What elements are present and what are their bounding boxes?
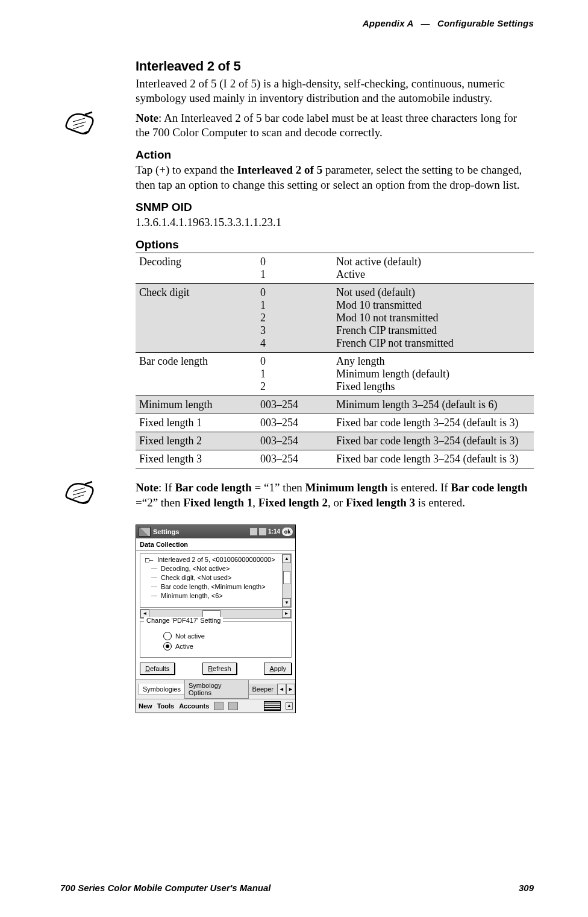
tree-node[interactable]: Bar code length, <Minimum length>: [145, 582, 289, 591]
action-param-name: Interleaved 2 of 5: [237, 163, 322, 176]
options-heading: Options: [136, 238, 534, 251]
tree-node-parent[interactable]: Interleaved 2 of 5, <001006000000000>: [145, 555, 289, 564]
radio-icon: [163, 632, 172, 640]
command-bar: New Tools Accounts ▲: [136, 699, 295, 713]
change-setting-group: Change 'PDF417' Setting Not active Activ…: [140, 621, 292, 658]
connectivity-icon[interactable]: [250, 528, 257, 535]
tab-symbology-options[interactable]: Symbology Options: [184, 680, 249, 699]
option-codes: 0 1: [257, 253, 333, 284]
radio-not-active[interactable]: Not active: [163, 632, 286, 640]
tab-beeper[interactable]: Beeper: [248, 684, 278, 695]
sip-keyboard-icon[interactable]: [264, 701, 281, 711]
system-tray: 1:14 ok: [250, 528, 293, 536]
action-heading: Action: [136, 148, 534, 162]
option-name: Minimum length: [136, 396, 257, 414]
option-codes: 003–254: [257, 450, 333, 468]
option-description: Minimum length 3–254 (default is 6): [333, 396, 534, 414]
scroll-right-icon[interactable]: ►: [282, 610, 291, 618]
radio-active[interactable]: Active: [163, 642, 286, 651]
action-text-a: Tap (+) to expand the: [136, 163, 237, 176]
table-row: Minimum length003–254Minimum length 3–25…: [136, 396, 534, 414]
note-icon: [64, 111, 96, 135]
option-description: Fixed bar code length 3–254 (default is …: [333, 432, 534, 450]
tree-node[interactable]: Check digit, <Not used>: [145, 573, 289, 582]
start-flag-icon[interactable]: [139, 527, 151, 537]
table-row: Check digit0 1 2 3 4Not used (default) M…: [136, 284, 534, 353]
section-title: Interleaved 2 of 5: [136, 58, 534, 74]
intro-paragraph: Interleaved 2 of 5 (I 2 of 5) is a high-…: [136, 77, 534, 106]
scroll-thumb[interactable]: [283, 571, 290, 584]
note-1: Note: An Interleaved 2 of 5 bar code lab…: [136, 111, 534, 140]
snmp-heading: SNMP OID: [136, 201, 534, 214]
device-screenshot: Settings 1:14 ok Data Collection Interle…: [136, 525, 296, 713]
snmp-oid-value: 1.3.6.1.4.1.1963.15.3.3.1.1.23.1: [136, 215, 534, 230]
note-icon: [64, 481, 96, 505]
footer-manual-title: 700 Series Color Mobile Computer User's …: [60, 883, 271, 893]
table-row: Fixed length 3003–254Fixed bar code leng…: [136, 450, 534, 468]
tab-scroll-left-icon[interactable]: ◄: [277, 684, 286, 695]
vertical-scrollbar[interactable]: ▲ ▼: [282, 554, 291, 607]
option-name: Fixed length 3: [136, 450, 257, 468]
tree-node[interactable]: Minimum length, <6>: [145, 591, 289, 600]
action-paragraph: Tap (+) to expand the Interleaved 2 of 5…: [136, 163, 534, 192]
settings-tree[interactable]: Interleaved 2 of 5, <001006000000000> De…: [140, 553, 292, 608]
header-sep: —: [416, 18, 434, 28]
note-1-label: Note: [136, 112, 158, 124]
note-1-text: : An Interleaved 2 of 5 bar code label m…: [136, 112, 517, 139]
running-header: Appendix A — Configurable Settings: [60, 18, 534, 28]
table-row: Fixed length 2003–254Fixed bar code leng…: [136, 432, 534, 450]
menu-accounts[interactable]: Accounts: [179, 702, 209, 710]
option-name: Fixed length 2: [136, 432, 257, 450]
option-name: Bar code length: [136, 353, 257, 396]
panel-title: Data Collection: [136, 538, 295, 551]
ok-button[interactable]: ok: [282, 528, 293, 536]
tab-scroll-right-icon[interactable]: ►: [286, 684, 295, 695]
tab-strip: Symbologies Symbology Options Beeper ◄ ►: [136, 679, 295, 699]
option-codes: 003–254: [257, 414, 333, 432]
option-codes: 003–254: [257, 432, 333, 450]
status-icon[interactable]: [228, 702, 238, 710]
status-icon[interactable]: [214, 702, 224, 710]
option-name: Decoding: [136, 253, 257, 284]
options-table: Decoding0 1Not active (default) ActiveCh…: [136, 253, 534, 468]
table-row: Fixed length 1003–254Fixed bar code leng…: [136, 414, 534, 432]
note-2: Note: If Bar code length = “1” then Mini…: [136, 481, 534, 510]
menu-tools[interactable]: Tools: [157, 702, 175, 710]
page-footer: 700 Series Color Mobile Computer User's …: [60, 883, 534, 893]
apply-button[interactable]: Apply: [264, 663, 292, 675]
table-row: Bar code length0 1 2Any length Minimum l…: [136, 353, 534, 396]
tree-node[interactable]: Decoding, <Not active>: [145, 564, 289, 573]
option-name: Check digit: [136, 284, 257, 353]
option-codes: 0 1 2 3 4: [257, 284, 333, 353]
device-titlebar: Settings 1:14 ok: [136, 525, 295, 538]
option-description: Fixed bar code length 3–254 (default is …: [333, 450, 534, 468]
option-description: Any length Minimum length (default) Fixe…: [333, 353, 534, 396]
menu-new[interactable]: New: [139, 702, 152, 710]
option-codes: 003–254: [257, 396, 333, 414]
option-description: Fixed bar code length 3–254 (default is …: [333, 414, 534, 432]
scroll-up-icon[interactable]: ▲: [283, 554, 291, 563]
option-name: Fixed length 1: [136, 414, 257, 432]
volume-icon[interactable]: [259, 528, 266, 535]
window-title: Settings: [153, 528, 248, 535]
option-codes: 0 1 2: [257, 353, 333, 396]
table-row: Decoding0 1Not active (default) Active: [136, 253, 534, 284]
radio-label: Active: [175, 643, 193, 650]
footer-page-number: 309: [519, 883, 534, 893]
note-2-label: Note: [136, 481, 158, 494]
option-description: Not active (default) Active: [333, 253, 534, 284]
sip-menu-icon[interactable]: ▲: [286, 702, 293, 710]
radio-icon: [163, 642, 172, 651]
header-section: Configurable Settings: [437, 18, 534, 28]
scroll-down-icon[interactable]: ▼: [283, 598, 291, 607]
header-appendix: Appendix A: [363, 18, 413, 28]
group-legend: Change 'PDF417' Setting: [144, 617, 223, 624]
radio-label: Not active: [175, 632, 205, 640]
defaults-button[interactable]: Defaults: [140, 663, 175, 675]
option-description: Not used (default) Mod 10 transmitted Mo…: [333, 284, 534, 353]
tab-symbologies[interactable]: Symbologies: [139, 684, 185, 695]
refresh-button[interactable]: Refresh: [202, 663, 237, 675]
clock[interactable]: 1:14: [268, 528, 280, 535]
